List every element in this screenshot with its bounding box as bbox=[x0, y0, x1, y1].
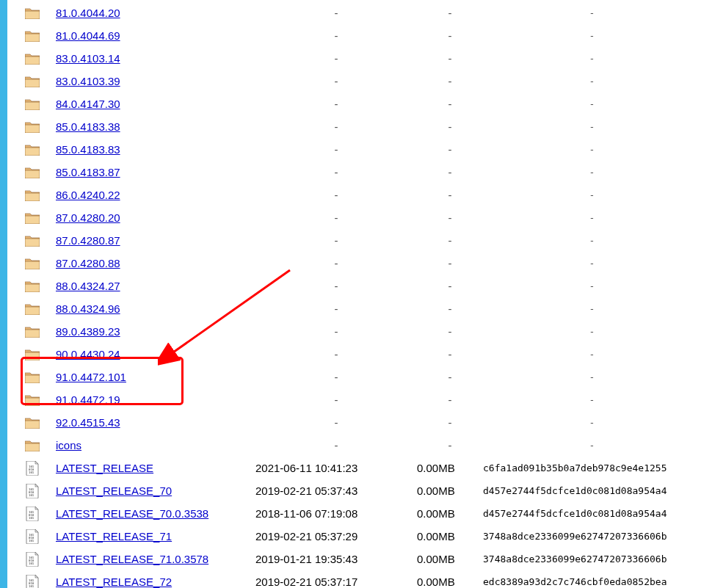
date-cell: - bbox=[255, 7, 417, 19]
list-row: 83.0.4103.14--- bbox=[22, 47, 701, 70]
date-cell: 2019-02-21 05:37:43 bbox=[255, 484, 417, 497]
file-link[interactable]: LATEST_RELEASE_71.0.3578 bbox=[56, 553, 208, 565]
size-cell: - bbox=[417, 143, 483, 156]
size-cell: - bbox=[417, 416, 483, 429]
folder-icon bbox=[22, 212, 43, 224]
date-cell: - bbox=[255, 120, 417, 133]
size-cell: - bbox=[417, 166, 483, 178]
folder-icon bbox=[22, 98, 43, 110]
folder-link[interactable]: 88.0.4324.96 bbox=[56, 302, 120, 315]
hash-cell: - bbox=[483, 258, 701, 269]
name-cell: 83.0.4103.39 bbox=[43, 75, 255, 87]
size-cell: - bbox=[417, 211, 483, 224]
name-cell: 86.0.4240.22 bbox=[43, 189, 255, 201]
folder-link[interactable]: 81.0.4044.20 bbox=[56, 7, 120, 19]
list-row: 81.0.4044.20--- bbox=[22, 1, 701, 24]
folder-link[interactable]: 86.0.4240.22 bbox=[56, 189, 120, 201]
folder-icon bbox=[22, 53, 43, 65]
size-cell: 0.00MB bbox=[417, 462, 483, 474]
folder-link[interactable]: 89.0.4389.23 bbox=[56, 325, 120, 338]
folder-link[interactable]: 83.0.4103.39 bbox=[56, 75, 120, 87]
name-cell: 88.0.4324.96 bbox=[43, 302, 255, 315]
date-cell: 2019-02-21 05:37:29 bbox=[255, 530, 417, 542]
folder-link[interactable]: 90.0.4430.24 bbox=[56, 348, 120, 360]
hash-cell: d457e2744f5dcfce1d0c081d08a954a4 bbox=[483, 485, 701, 496]
file-link[interactable]: LATEST_RELEASE_70 bbox=[56, 484, 172, 497]
folder-link[interactable]: 81.0.4044.69 bbox=[56, 29, 120, 42]
list-row: 84.0.4147.30--- bbox=[22, 92, 701, 115]
date-cell: 2018-11-06 07:19:08 bbox=[255, 507, 417, 520]
folder-link[interactable]: 85.0.4183.83 bbox=[56, 143, 120, 156]
hash-cell: - bbox=[483, 371, 701, 382]
hash-cell: - bbox=[483, 440, 701, 451]
folder-link[interactable]: 87.0.4280.87 bbox=[56, 234, 120, 247]
list-row: 85.0.4183.83--- bbox=[22, 138, 701, 161]
list-row: 101 010 101 LATEST_RELEASE_71.0.35782019… bbox=[22, 548, 701, 570]
list-row: 83.0.4103.39--- bbox=[22, 70, 701, 92]
name-cell: 85.0.4183.83 bbox=[43, 143, 255, 156]
folder-icon bbox=[22, 30, 43, 42]
folder-link[interactable]: 85.0.4183.87 bbox=[56, 166, 120, 178]
size-cell: 0.00MB bbox=[417, 576, 483, 588]
hash-cell: 3748a8dce2336099e62747207336606b bbox=[483, 531, 701, 542]
folder-link[interactable]: 87.0.4280.20 bbox=[56, 211, 120, 224]
folder-icon bbox=[22, 326, 43, 338]
file-listing: 81.0.4044.20--- 81.0.4044.69--- 83.0.410… bbox=[22, 1, 701, 588]
folder-link[interactable]: 92.0.4515.43 bbox=[56, 416, 120, 429]
size-cell: - bbox=[417, 302, 483, 315]
folder-link[interactable]: icons bbox=[56, 439, 81, 451]
name-cell: 87.0.4280.87 bbox=[43, 234, 255, 247]
date-cell: - bbox=[255, 439, 417, 451]
name-cell: 92.0.4515.43 bbox=[43, 416, 255, 429]
name-cell: LATEST_RELEASE_71 bbox=[43, 530, 255, 542]
binary-file-icon: 101 010 101 bbox=[22, 461, 43, 476]
size-cell: - bbox=[417, 29, 483, 42]
folder-icon bbox=[22, 258, 43, 269]
size-cell: - bbox=[417, 75, 483, 87]
date-cell: - bbox=[255, 75, 417, 87]
name-cell: 87.0.4280.88 bbox=[43, 257, 255, 269]
list-row: 88.0.4324.27--- bbox=[22, 275, 701, 297]
list-row: 88.0.4324.96--- bbox=[22, 297, 701, 320]
list-row: 91.0.4472.101--- bbox=[22, 366, 701, 388]
date-cell: - bbox=[255, 280, 417, 292]
folder-link[interactable]: 91.0.4472.19 bbox=[56, 393, 120, 406]
folder-link[interactable]: 85.0.4183.38 bbox=[56, 120, 120, 133]
svg-text:101: 101 bbox=[29, 562, 34, 565]
folder-icon bbox=[22, 121, 43, 133]
folder-link[interactable]: 91.0.4472.101 bbox=[56, 371, 126, 383]
folder-link[interactable]: 87.0.4280.88 bbox=[56, 257, 120, 269]
size-cell: - bbox=[417, 325, 483, 338]
hash-cell: - bbox=[483, 394, 701, 405]
hash-cell: - bbox=[483, 144, 701, 155]
size-cell: - bbox=[417, 439, 483, 451]
folder-icon bbox=[22, 371, 43, 383]
date-cell: - bbox=[255, 189, 417, 201]
hash-cell: - bbox=[483, 349, 701, 360]
hash-cell: - bbox=[483, 76, 701, 87]
folder-link[interactable]: 83.0.4103.14 bbox=[56, 52, 120, 65]
binary-file-icon: 101 010 101 bbox=[22, 507, 43, 521]
hash-cell: - bbox=[483, 189, 701, 200]
sidebar-strip bbox=[0, 0, 7, 588]
hash-cell: d457e2744f5dcfce1d0c081d08a954a4 bbox=[483, 508, 701, 519]
list-row: 101 010 101 LATEST_RELEASE2021-06-11 10:… bbox=[22, 457, 701, 479]
folder-icon bbox=[22, 417, 43, 429]
svg-text:101: 101 bbox=[29, 493, 34, 497]
file-link[interactable]: LATEST_RELEASE_71 bbox=[56, 530, 172, 542]
hash-cell: - bbox=[483, 98, 701, 109]
name-cell: 81.0.4044.20 bbox=[43, 7, 255, 19]
folder-link[interactable]: 88.0.4324.27 bbox=[56, 280, 120, 292]
file-link[interactable]: LATEST_RELEASE_70.0.3538 bbox=[56, 507, 208, 520]
file-link[interactable]: LATEST_RELEASE bbox=[56, 462, 153, 474]
name-cell: 87.0.4280.20 bbox=[43, 211, 255, 224]
file-link[interactable]: LATEST_RELEASE_72 bbox=[56, 576, 172, 588]
size-cell: 0.00MB bbox=[417, 484, 483, 497]
folder-icon bbox=[22, 7, 43, 19]
date-cell: - bbox=[255, 166, 417, 178]
name-cell: LATEST_RELEASE bbox=[43, 462, 255, 474]
date-cell: - bbox=[255, 211, 417, 224]
list-row: 90.0.4430.24--- bbox=[22, 343, 701, 366]
name-cell: 85.0.4183.38 bbox=[43, 120, 255, 133]
folder-link[interactable]: 84.0.4147.30 bbox=[56, 98, 120, 110]
